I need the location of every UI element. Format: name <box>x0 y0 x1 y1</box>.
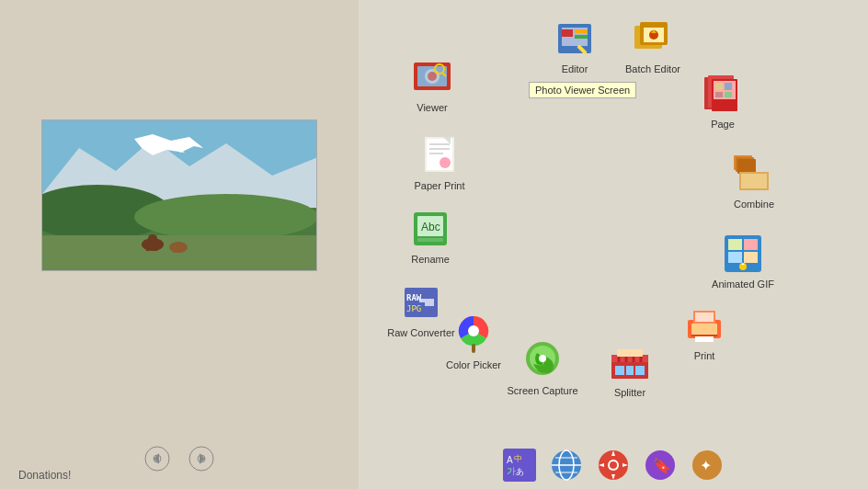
splitter-icon <box>608 340 652 384</box>
svg-rect-9 <box>146 240 149 251</box>
svg-point-11 <box>148 234 157 242</box>
combine-label: Combine <box>734 199 774 210</box>
color-picker-icon-btn[interactable]: Color Picker <box>437 313 510 370</box>
svg-point-12 <box>169 242 188 253</box>
svg-text:あ: あ <box>516 467 524 476</box>
svg-rect-7 <box>42 235 317 271</box>
svg-rect-84 <box>695 336 714 342</box>
paper-print-icon <box>417 133 462 177</box>
language-icon-btn[interactable]: A 中 가 あ <box>503 449 536 482</box>
combine-icon <box>732 152 776 196</box>
svg-rect-54 <box>715 92 723 97</box>
svg-text:✦: ✦ <box>700 458 712 473</box>
svg-rect-96 <box>617 349 643 357</box>
print-icon <box>682 303 726 347</box>
animated-gif-icon <box>721 232 765 276</box>
paper-print-label: Paper Print <box>414 180 464 191</box>
animated-gif-icon-btn[interactable]: Animated GIF <box>706 232 780 290</box>
svg-text:Abc: Abc <box>421 221 440 233</box>
screen-capture-icon-btn[interactable]: Screen Capture <box>506 338 579 396</box>
screen-capture-icon <box>520 338 565 382</box>
svg-rect-32 <box>562 29 573 37</box>
bookmark-icon-btn[interactable]: 🔖 <box>644 449 677 482</box>
svg-rect-53 <box>725 83 732 90</box>
next-icon[interactable] <box>188 446 214 475</box>
svg-rect-34 <box>575 35 588 39</box>
page-icon <box>701 72 745 116</box>
svg-rect-95 <box>635 366 645 375</box>
splitter-label: Splitter <box>614 387 645 398</box>
nav-icons <box>144 446 214 475</box>
svg-rect-10 <box>154 240 157 251</box>
combine-icon-btn[interactable]: Combine <box>717 152 791 210</box>
rename-icon-btn[interactable]: Abc Rename <box>394 207 467 265</box>
svg-point-6 <box>134 194 317 240</box>
svg-point-109 <box>610 461 617 469</box>
svg-rect-94 <box>626 366 634 375</box>
viewer-tooltip: Photo Viewer Screen <box>529 82 636 98</box>
svg-text:JPG: JPG <box>406 304 421 313</box>
svg-rect-93 <box>615 366 624 375</box>
svg-rect-52 <box>715 83 723 90</box>
svg-rect-64 <box>741 174 767 188</box>
svg-rect-33 <box>575 29 588 33</box>
svg-text:가: 가 <box>507 466 516 476</box>
svg-point-27 <box>428 72 437 81</box>
svg-rect-80 <box>691 324 717 335</box>
rename-icon: Abc <box>408 207 452 251</box>
prev-icon[interactable] <box>144 446 170 475</box>
splitter-icon-btn[interactable]: Splitter <box>593 340 667 398</box>
rename-label: Rename <box>411 254 450 265</box>
batch-editor-icon-btn[interactable]: Batch Editor <box>616 17 690 74</box>
editor-label: Editor <box>562 63 588 74</box>
svg-rect-70 <box>728 239 742 250</box>
page-icon-btn[interactable]: Page <box>686 72 760 130</box>
color-picker-icon <box>451 313 496 357</box>
svg-rect-78 <box>472 344 475 353</box>
batch-editor-icon <box>631 17 675 61</box>
paper-print-icon-btn[interactable]: Paper Print <box>403 133 476 191</box>
svg-rect-71 <box>744 239 758 250</box>
print-icon-btn[interactable]: Print <box>668 303 741 361</box>
editor-icon <box>553 17 597 61</box>
viewer-icon-btn[interactable]: Viewer <box>395 55 469 113</box>
right-panel: S PhotoScape v3.7 http://www.photoscape.… <box>359 0 868 489</box>
page-label: Page <box>711 119 735 130</box>
svg-rect-62 <box>737 159 756 174</box>
editor-icon-btn[interactable]: Editor <box>538 17 611 74</box>
bottom-toolbar: A 中 가 あ 🔖 <box>359 449 868 482</box>
svg-text:A: A <box>507 455 513 465</box>
svg-text:🔖: 🔖 <box>653 457 671 474</box>
viewer-label: Viewer <box>417 102 447 113</box>
globe-icon-btn[interactable] <box>550 449 583 482</box>
viewer-icon <box>410 55 454 99</box>
print-label: Print <box>694 350 715 361</box>
settings-icon-btn[interactable] <box>597 449 630 482</box>
svg-rect-73 <box>744 252 758 263</box>
left-panel: Donations! <box>0 0 359 489</box>
svg-rect-14 <box>180 244 182 253</box>
svg-rect-13 <box>173 244 175 253</box>
svg-rect-72 <box>728 252 742 263</box>
screen-capture-label: Screen Capture <box>507 385 577 396</box>
svg-point-47 <box>440 157 451 168</box>
donations-label: Donations! <box>18 469 71 482</box>
color-picker-label: Color Picker <box>446 359 501 370</box>
star-icon-btn[interactable]: ✦ <box>691 449 724 482</box>
svg-rect-59 <box>417 238 443 242</box>
svg-rect-55 <box>725 92 732 97</box>
svg-point-87 <box>539 355 546 362</box>
photo-display <box>41 119 317 271</box>
svg-text:中: 中 <box>514 454 522 463</box>
animated-gif-label: Animated GIF <box>712 279 774 290</box>
svg-rect-82 <box>695 313 714 322</box>
svg-point-77 <box>468 325 479 336</box>
svg-rect-83 <box>691 335 717 336</box>
batch-editor-label: Batch Editor <box>625 63 680 74</box>
